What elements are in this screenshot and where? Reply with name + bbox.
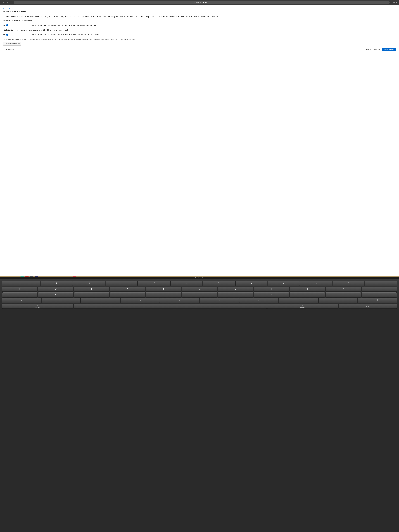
- view-policies-link[interactable]: View Policies: [3, 7, 396, 10]
- back-btn[interactable]: ←: [2, 1, 5, 4]
- key-n[interactable]: N: [200, 298, 239, 303]
- answer-input-2[interactable]: [9, 33, 30, 36]
- key-s[interactable]: S: [38, 292, 73, 297]
- key-row-numbers: ! @2 #3 $4 %5 ^6 &7 *8 (9 )0 —- +=: [2, 281, 397, 286]
- dock-display[interactable]: 🖥️: [91, 276, 95, 277]
- browser-icons: ☆ ⊕ ◀: [391, 1, 397, 3]
- key-m[interactable]: M: [239, 298, 279, 303]
- key-p[interactable]: P: [325, 287, 361, 291]
- key-v[interactable]: V: [121, 298, 160, 303]
- key-command-right[interactable]: ⌘ command: [267, 304, 338, 309]
- dock-edit[interactable]: ✏️: [68, 276, 72, 277]
- address-input[interactable]: [14, 1, 390, 4]
- key-g[interactable]: G: [146, 292, 181, 297]
- key-minus[interactable]: —-: [333, 281, 365, 286]
- key-b[interactable]: B: [160, 298, 199, 303]
- dock-safari[interactable]: 🧭: [77, 276, 81, 277]
- key-w[interactable]: W: [38, 287, 73, 291]
- key-5[interactable]: %5: [138, 281, 170, 286]
- key-7[interactable]: &7: [203, 281, 235, 286]
- key-e[interactable]: E: [74, 287, 109, 291]
- key-command-left[interactable]: ⌘ command: [2, 304, 73, 309]
- key-space[interactable]: [74, 304, 267, 309]
- dock-bar: 🔍 🚀 🗺️ 🖼️ 🍃 FRI 24 📋 🟦 📺 étv 🎵 🎙️ N 📷 📊 …: [0, 276, 399, 277]
- info-icon-1[interactable]: i: [6, 24, 8, 26]
- attempts-count: Attempts: 0 of 10 used: [366, 48, 380, 51]
- key-q[interactable]: Q: [2, 287, 38, 291]
- key-row-zxcv: Z X C V B N M <, >. ?/: [2, 298, 397, 303]
- forward-btn[interactable]: →: [6, 1, 9, 4]
- dock-podcast[interactable]: 🎙️: [49, 276, 53, 277]
- key-9[interactable]: (9: [268, 281, 300, 286]
- dock-textmarker[interactable]: A: [72, 276, 76, 277]
- dock-launchpad[interactable]: 🚀: [6, 276, 10, 277]
- key-comma[interactable]: <,: [279, 298, 318, 303]
- key-o[interactable]: O: [290, 287, 325, 291]
- key-8[interactable]: *8: [235, 281, 267, 286]
- menu-icon[interactable]: ◀: [396, 1, 397, 3]
- key-u[interactable]: U: [218, 287, 253, 291]
- share-icon[interactable]: ⊕: [393, 1, 395, 3]
- key-row-qwerty: Q W E R T Y U I O P {[: [2, 287, 397, 291]
- key-row-asdf: A S D F G H J K L :; "': [2, 292, 397, 297]
- dock-maps[interactable]: 🗺️: [11, 276, 15, 277]
- round-note: Round your answer to the nearest integer…: [3, 20, 396, 22]
- key-j[interactable]: J: [218, 292, 253, 297]
- key-x[interactable]: X: [42, 298, 81, 303]
- key-bracket-open[interactable]: {[: [361, 287, 397, 291]
- key-equals[interactable]: +=: [365, 281, 397, 286]
- key-quote[interactable]: "': [361, 292, 397, 297]
- key-h[interactable]: H: [182, 292, 217, 297]
- save-later-btn[interactable]: Save for Later: [3, 48, 15, 51]
- key-a[interactable]: A: [2, 292, 38, 297]
- key-2[interactable]: @2: [41, 281, 73, 286]
- bottom-bar: Save for Later Attempts: 0 of 10 used Su…: [3, 48, 396, 51]
- dock-finder2[interactable]: 📁: [96, 276, 100, 277]
- key-k[interactable]: K: [254, 292, 289, 297]
- key-3[interactable]: #3: [73, 281, 105, 286]
- key-r[interactable]: R: [110, 287, 145, 291]
- dock-teams[interactable]: 👥: [87, 276, 91, 277]
- key-l[interactable]: L: [290, 292, 325, 297]
- key-z[interactable]: Z: [2, 298, 41, 303]
- key-escape[interactable]: !: [2, 281, 40, 286]
- dock-bar-chart[interactable]: 📊: [63, 276, 67, 277]
- dock-photos[interactable]: 🖼️: [15, 276, 19, 277]
- etextbook-btn[interactable]: eTextbook and Media: [3, 42, 21, 45]
- key-0[interactable]: )0: [300, 281, 332, 286]
- key-option-right[interactable]: option: [339, 304, 397, 309]
- key-d[interactable]: D: [74, 292, 109, 297]
- key-y[interactable]: Y: [182, 287, 217, 291]
- keyboard: ! @2 #3 $4 %5 ^6 &7 *8 (9 )0 —- += Q W E…: [2, 280, 397, 309]
- dock-calendar[interactable]: FRI 24: [25, 276, 29, 277]
- dock-app2[interactable]: 🟦: [34, 276, 38, 277]
- info-icon-2[interactable]: i: [6, 34, 8, 36]
- dock-news[interactable]: N: [53, 276, 57, 277]
- key-period[interactable]: >.: [318, 298, 357, 303]
- key-row-bottom: ⌘ command ⌘ command option: [2, 304, 397, 309]
- key-semicolon[interactable]: :;: [325, 292, 361, 297]
- key-i[interactable]: I: [254, 287, 289, 291]
- at-label-1: At: [3, 24, 5, 27]
- key-c[interactable]: C: [81, 298, 120, 303]
- dock-green[interactable]: 🍃: [20, 276, 24, 277]
- dock-chrome[interactable]: 🔵: [82, 276, 86, 277]
- browser-content: View Policies Current Attempt in Progres…: [0, 5, 399, 276]
- dock-appletv[interactable]: 📺 étv: [39, 276, 43, 277]
- key-f[interactable]: F: [110, 292, 145, 297]
- dock-app1[interactable]: 📋: [30, 276, 34, 277]
- dock-finder[interactable]: 🔍: [1, 276, 5, 277]
- dock-music[interactable]: 🎵: [44, 276, 48, 277]
- star-icon[interactable]: ☆: [391, 1, 392, 3]
- problem-text: The concentration of the car exhaust fum…: [3, 15, 396, 18]
- reload-btn[interactable]: ↻: [10, 0, 13, 4]
- key-t[interactable]: T: [146, 287, 181, 291]
- dock-facetime[interactable]: 📷: [58, 276, 62, 277]
- key-6[interactable]: ^6: [171, 281, 203, 286]
- answer-input-1[interactable]: [9, 24, 30, 27]
- answer-desc-1: meters from the road the concentration o…: [32, 24, 396, 27]
- key-4[interactable]: $4: [106, 281, 138, 286]
- section-title: Current Attempt in Progress: [3, 10, 396, 14]
- submit-btn[interactable]: Submit Answer: [382, 48, 396, 51]
- key-slash[interactable]: ?/: [358, 298, 397, 303]
